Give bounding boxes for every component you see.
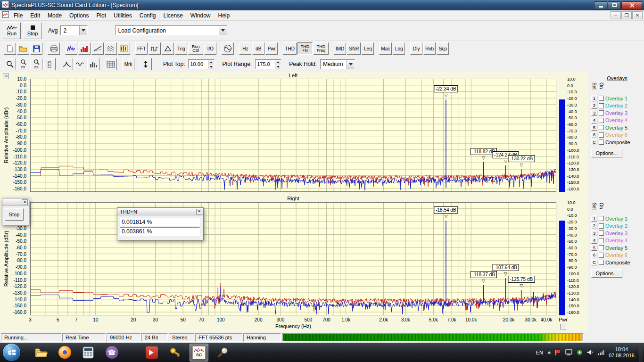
phase-button[interactable] — [162, 42, 174, 55]
stop-float-close-button[interactable]: ✕ — [22, 199, 28, 205]
run-control-button[interactable]: Run Ctrl — [188, 42, 203, 55]
save-button[interactable] — [30, 42, 42, 55]
waterfall-mode-button[interactable] — [105, 42, 117, 55]
reverb-button[interactable]: Rvb — [423, 42, 436, 55]
time-series-button[interactable] — [149, 42, 161, 55]
overlay-6-checkbox[interactable] — [599, 253, 604, 258]
overlay-5-set-button[interactable]: 5 — [591, 245, 597, 251]
menu-license[interactable]: License — [159, 11, 186, 20]
mdi-child-icon[interactable] — [2, 11, 9, 19]
tray-volume-icon[interactable] — [587, 349, 594, 355]
close-button[interactable] — [621, 1, 642, 9]
overlay-5-checkbox[interactable] — [599, 245, 604, 250]
right-spectrum-plot[interactable]: -18.54 dB▽-118.37 dB▽-107.64 dB▽-125.75 … — [30, 202, 556, 315]
overlay-5-set-button[interactable]: 5 — [591, 124, 597, 131]
stop-button[interactable]: Stop — [24, 22, 41, 39]
leq-button[interactable]: Leq — [362, 42, 374, 55]
maximize-button[interactable] — [608, 1, 621, 9]
thd-n-button[interactable]: THD +N — [297, 42, 313, 55]
composite-checkbox[interactable] — [599, 260, 604, 265]
overlays-options-button[interactable]: Options... — [591, 269, 622, 278]
histogram-button[interactable] — [87, 58, 99, 70]
run-button[interactable]: Run — [3, 22, 21, 39]
composite-checkbox[interactable] — [599, 140, 604, 145]
pwr-minimize-box[interactable]: – — [560, 324, 566, 329]
taskbar-clock[interactable]: 18:04 07.08.2016 — [609, 346, 635, 359]
snr-button[interactable]: SNR — [347, 42, 361, 55]
menu-config[interactable]: Config — [136, 11, 160, 20]
overlay-2-checkbox[interactable] — [599, 223, 604, 229]
taskbar-spectraplus-button[interactable]: SC — [190, 344, 208, 362]
peak-hold-arrow-icon[interactable] — [347, 60, 355, 69]
mdi-minimize-button[interactable]: – — [611, 11, 621, 19]
overlay-3-set-button[interactable]: 3 — [591, 110, 597, 116]
thd-button[interactable]: THD — [283, 42, 297, 55]
taskbar-paint-app-button[interactable] — [213, 344, 232, 362]
overlay-2-set-button[interactable]: 2 — [591, 223, 597, 229]
taskbar-viber-button[interactable]: ☎ — [102, 344, 121, 362]
overlay-1-set-button[interactable]: 1 — [591, 215, 597, 222]
marker-button[interactable]: Mrk — [122, 58, 134, 70]
stop-float-titlebar[interactable]: ✕ — [2, 198, 29, 206]
overlay-6-set-button[interactable]: 6 — [591, 132, 597, 138]
overlay-3-checkbox[interactable] — [599, 110, 604, 115]
start-button[interactable] — [3, 344, 20, 361]
peak-hold-select[interactable]: Medium — [320, 59, 355, 69]
menu-options[interactable]: Options — [66, 11, 92, 20]
menu-plot[interactable]: Plot — [92, 11, 110, 20]
overlay-3-set-button[interactable]: 3 — [591, 230, 597, 236]
taskbar-firefox-button[interactable] — [55, 344, 74, 362]
zoom-button[interactable] — [4, 58, 16, 70]
taskbar-keys-app-button[interactable] — [166, 344, 185, 362]
signal-generator-button[interactable] — [222, 42, 234, 55]
peak-curve-button[interactable] — [61, 58, 73, 70]
tray-flag-icon[interactable] — [555, 349, 561, 355]
fft-settings-button[interactable]: FFT — [135, 42, 148, 55]
tray-update-icon[interactable] — [577, 349, 583, 355]
thd-freq-button[interactable]: THD Freq — [314, 42, 329, 55]
macro-button[interactable]: Mac — [379, 42, 392, 55]
load-configuration-select[interactable]: Load Configuration — [115, 25, 227, 35]
zoom-in-2x-button[interactable]: 2X — [17, 58, 29, 70]
trigger-button[interactable]: Trig — [175, 42, 187, 55]
pwr-button[interactable]: Pwr — [265, 42, 278, 55]
overlay-3-checkbox[interactable] — [599, 230, 604, 236]
overlay-4-checkbox[interactable] — [599, 118, 604, 123]
floating-stop-button[interactable]: Stop — [5, 208, 24, 221]
taskbar-explorer-button[interactable] — [32, 344, 50, 362]
show-desktop-button[interactable] — [639, 343, 643, 362]
spectrogram-mode-button[interactable] — [118, 42, 130, 55]
plot-top-spin-arrows[interactable] — [208, 60, 214, 68]
overlay-2-set-button[interactable]: 2 — [591, 103, 597, 109]
overlay-1-checkbox[interactable] — [599, 216, 604, 221]
tray-network-icon[interactable] — [598, 349, 604, 355]
load-configuration-arrow-icon[interactable] — [219, 26, 227, 35]
composite-set-button[interactable]: C — [591, 139, 597, 145]
overlay-4-set-button[interactable]: 4 — [591, 117, 597, 123]
imd-button[interactable]: IMD — [334, 42, 346, 55]
minimize-button[interactable] — [594, 1, 607, 9]
overlays-options-button[interactable]: Options... — [591, 149, 622, 157]
menu-mode[interactable]: Mode — [44, 11, 66, 20]
mdi-restore-button[interactable]: ❐ — [621, 11, 632, 19]
plot-range-spinner[interactable]: 175.0 — [255, 59, 281, 69]
menu-window[interactable]: Window — [187, 11, 215, 20]
plot-top-spinner[interactable]: 10.00 — [188, 59, 215, 69]
left-spectrum-plot[interactable]: -22.34 dB▽-118.82 dB▽-124.23 dB▽-130.22 … — [30, 79, 556, 192]
overlay-1-set-button[interactable]: 1 — [591, 95, 597, 101]
unzoom-button[interactable] — [43, 58, 56, 70]
overlay-4-set-button[interactable]: 4 — [591, 238, 597, 244]
narrowband-mode-button[interactable] — [65, 42, 77, 55]
taskbar-media-player-button[interactable] — [142, 344, 161, 362]
vertical-scale-button[interactable] — [140, 58, 152, 70]
composite-set-button[interactable]: C — [591, 259, 597, 265]
log-button[interactable]: Log — [393, 42, 405, 55]
avg-dropdown-arrow-icon[interactable] — [79, 26, 87, 35]
overlay-6-checkbox[interactable] — [599, 132, 604, 138]
menu-edit[interactable]: Edit — [26, 11, 44, 20]
thd-n-titlebar[interactable]: THD+N ✕ — [117, 208, 203, 215]
display-options-button[interactable] — [105, 58, 117, 70]
menu-help[interactable]: Help — [215, 11, 234, 20]
mdi-close-button[interactable]: ✕ — [632, 11, 643, 19]
scope-button[interactable]: Scp — [437, 42, 449, 55]
